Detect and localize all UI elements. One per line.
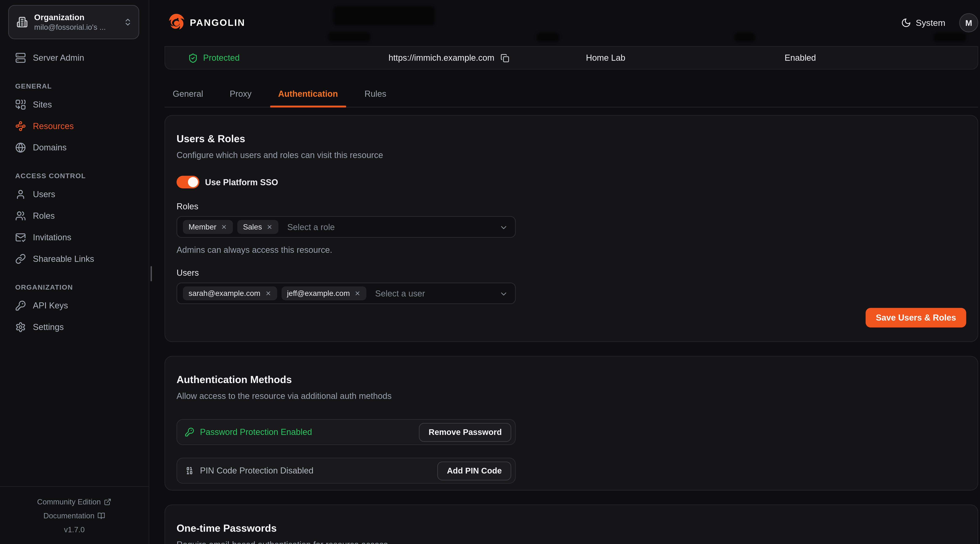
documentation-link[interactable]: Documentation: [0, 509, 149, 523]
sidebar-item-label: Resources: [33, 121, 74, 130]
card-subtitle: Require email-based authentication for r…: [177, 540, 966, 544]
sidebar-item-users[interactable]: Users: [15, 183, 134, 205]
users-select[interactable]: sarah@example.com jeff@example.com Selec…: [177, 282, 515, 304]
shield-check-icon: [188, 53, 198, 63]
chevron-down-icon: [499, 223, 508, 232]
key-icon: [15, 300, 26, 311]
link-icon: [15, 253, 26, 264]
resource-tabs: General Proxy Authentication Rules: [164, 80, 978, 108]
redacted-label: [933, 33, 966, 42]
sidebar-item-label: Roles: [33, 211, 55, 220]
redacted-label: [735, 33, 755, 42]
card-subtitle: Allow access to the resource via additio…: [177, 391, 966, 401]
sidebar-scrollbar[interactable]: [151, 266, 152, 281]
external-link-icon: [104, 498, 112, 506]
sidebar-item-label: Server Admin: [33, 53, 84, 62]
users-label: Users: [177, 268, 966, 278]
save-users-roles-button[interactable]: Save Users & Roles: [866, 308, 966, 327]
sidebar-item-invitations[interactable]: Invitations: [15, 226, 134, 248]
sidebar-item-label: Domains: [33, 143, 67, 152]
sidebar-item-label: Settings: [33, 322, 64, 331]
org-switcher-name: milo@fossorial.io's ...: [34, 22, 123, 32]
tab-rules[interactable]: Rules: [356, 80, 395, 107]
gear-icon: [15, 322, 26, 332]
sidebar-section-access-control: ACCESS CONTROL: [15, 172, 134, 179]
admins-note: Admins can always access this resource.: [177, 245, 966, 255]
brand: PANGOLIN: [167, 13, 245, 32]
sidebar-footer: Community Edition Documentation v1.7.0: [0, 486, 149, 544]
moon-icon: [901, 17, 912, 28]
sidebar-item-domains[interactable]: Domains: [15, 136, 134, 158]
binary-icon: [185, 466, 194, 475]
user-tag: jeff@example.com: [281, 286, 366, 300]
role-tag: Sales: [237, 220, 278, 234]
sites-icon: [15, 99, 26, 109]
copy-icon[interactable]: [501, 54, 510, 62]
sidebar-section-organization: ORGANIZATION: [15, 283, 134, 291]
otp-card: One-time Passwords Require email-based a…: [164, 504, 978, 544]
sidebar: Organization milo@fossorial.io's ... Ser…: [0, 0, 150, 544]
globe-icon: [15, 142, 26, 153]
remove-tag-icon[interactable]: [265, 290, 271, 297]
sidebar-item-shareable-links[interactable]: Shareable Links: [15, 248, 134, 269]
card-title: One-time Passwords: [177, 522, 966, 535]
password-status: Password Protection Enabled: [200, 427, 419, 437]
remove-tag-icon[interactable]: [354, 290, 361, 297]
card-title: Authentication Methods: [177, 374, 966, 386]
resource-info-bar: Protected https://immich.example.com Hom…: [164, 46, 978, 70]
sidebar-item-server-admin[interactable]: Server Admin: [15, 47, 134, 68]
theme-toggle[interactable]: System: [901, 17, 945, 28]
users-icon: [15, 210, 26, 221]
brand-wordmark: PANGOLIN: [190, 17, 245, 28]
tab-general[interactable]: General: [164, 80, 211, 107]
remove-tag-icon[interactable]: [266, 224, 273, 230]
remove-tag-icon[interactable]: [221, 224, 227, 230]
redacted-resource-title: [333, 6, 435, 25]
resource-enabled: Enabled: [784, 47, 816, 69]
waypoints-icon: [15, 121, 26, 131]
resource-status: Protected: [188, 47, 240, 69]
building-icon: [16, 16, 28, 28]
resource-site: Home Lab: [586, 47, 625, 69]
key-round-icon: [185, 427, 194, 437]
chevron-down-icon: [499, 290, 508, 298]
sidebar-item-label: Users: [33, 189, 55, 199]
sidebar-item-sites[interactable]: Sites: [15, 94, 134, 115]
sidebar-item-label: Sites: [33, 100, 52, 109]
roles-label: Roles: [177, 202, 966, 211]
sidebar-item-label: Invitations: [33, 232, 72, 242]
tab-proxy[interactable]: Proxy: [221, 80, 260, 107]
redacted-label: [537, 33, 559, 42]
card-title: Users & Roles: [177, 133, 966, 146]
redacted-label: [328, 32, 370, 42]
server-icon: [15, 52, 26, 63]
org-switcher[interactable]: Organization milo@fossorial.io's ...: [8, 5, 139, 39]
pin-code-row: PIN Code Protection Disabled Add PIN Cod…: [177, 458, 515, 484]
avatar[interactable]: M: [959, 13, 978, 32]
tab-authentication[interactable]: Authentication: [270, 80, 346, 107]
sidebar-section-general: GENERAL: [15, 82, 134, 90]
app-root: Organization milo@fossorial.io's ... Ser…: [0, 0, 980, 544]
sidebar-nav: Server Admin GENERAL Sites Resources Dom: [0, 39, 149, 338]
add-pin-code-button[interactable]: Add PIN Code: [438, 461, 511, 480]
sidebar-item-settings[interactable]: Settings: [15, 316, 134, 338]
sidebar-item-label: API Keys: [33, 301, 68, 310]
platform-sso-toggle[interactable]: [177, 176, 199, 189]
card-subtitle: Configure which users and roles can visi…: [177, 151, 966, 160]
password-protection-row: Password Protection Enabled Remove Passw…: [177, 419, 515, 445]
book-open-icon: [98, 512, 105, 520]
mail-check-icon: [15, 232, 26, 243]
chevrons-up-down-icon: [124, 17, 132, 27]
users-placeholder: Select a user: [375, 289, 425, 298]
roles-placeholder: Select a role: [287, 222, 335, 232]
community-edition-link[interactable]: Community Edition: [0, 495, 149, 509]
theme-label: System: [916, 17, 945, 28]
role-tag: Member: [183, 220, 233, 234]
remove-password-button[interactable]: Remove Password: [419, 423, 511, 442]
sidebar-item-roles[interactable]: Roles: [15, 205, 134, 226]
resource-url: https://immich.example.com: [388, 47, 510, 69]
roles-select[interactable]: Member Sales Select a role: [177, 216, 515, 238]
users-roles-card: Users & Roles Configure which users and …: [164, 115, 978, 342]
sidebar-item-resources[interactable]: Resources: [15, 115, 134, 137]
sidebar-item-api-keys[interactable]: API Keys: [15, 295, 134, 316]
